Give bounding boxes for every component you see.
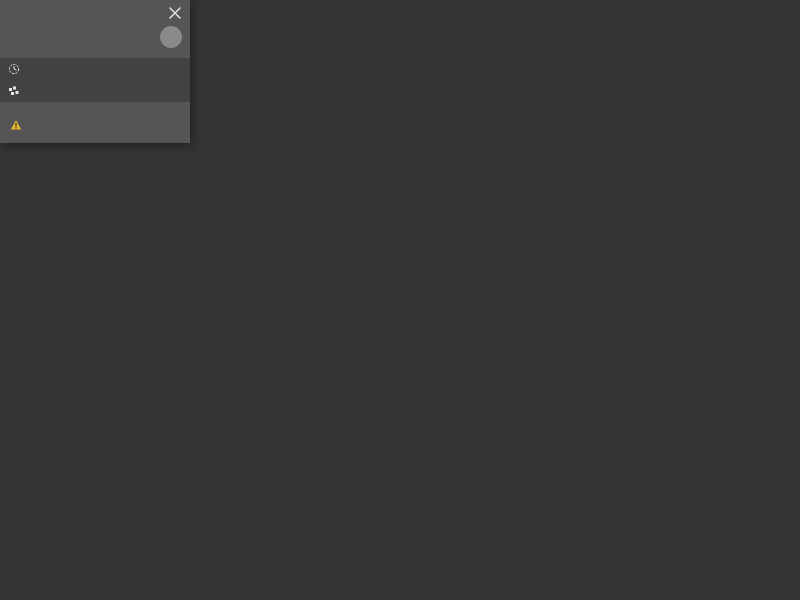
material-warning [0, 113, 190, 143]
svg-rect-2 [13, 87, 16, 90]
panel-description-row [0, 24, 190, 58]
help-icon[interactable] [160, 26, 182, 48]
close-icon[interactable] [168, 6, 182, 20]
time-section-header [0, 58, 190, 80]
estimate-panel [0, 0, 190, 143]
svg-rect-5 [15, 123, 16, 126]
material-icon [8, 85, 20, 97]
material-row [0, 102, 190, 113]
clock-icon [8, 63, 20, 75]
panel-header [0, 0, 190, 24]
svg-rect-1 [9, 88, 12, 91]
svg-rect-4 [16, 91, 19, 94]
material-section-header [0, 80, 190, 102]
svg-rect-3 [11, 92, 14, 95]
warning-icon [10, 119, 22, 131]
svg-rect-6 [15, 127, 16, 128]
